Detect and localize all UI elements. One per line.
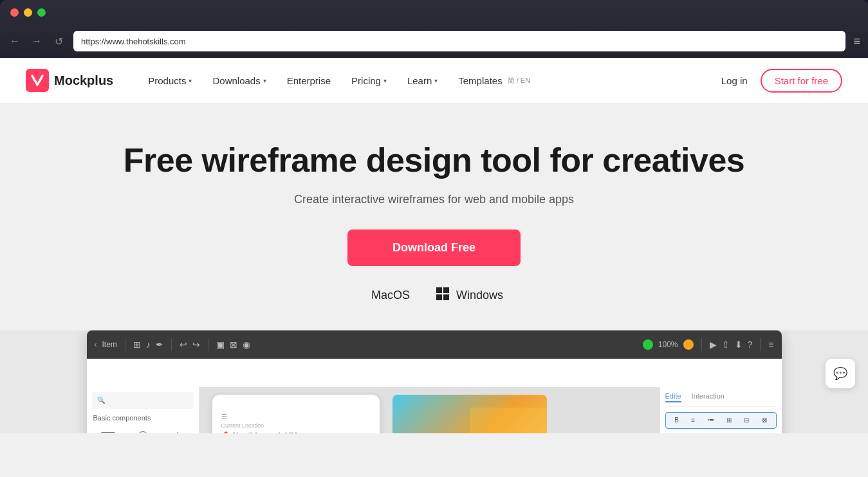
canvas-image-overlay — [470, 408, 547, 433]
zoom-level: 100% — [658, 340, 678, 349]
browser-menu-button[interactable]: ≡ — [853, 35, 860, 48]
toolbar-separator-1 — [125, 338, 125, 351]
toolbar-item-label: Item — [102, 340, 117, 349]
nav-item-enterprise[interactable]: Enterprise — [278, 70, 340, 91]
browser-titlebar — [0, 0, 868, 24]
toolbar-separator-4 — [701, 338, 702, 351]
card-location-value: 📍 Northbound, UK — [221, 431, 371, 433]
nav-enterprise-label: Enterprise — [287, 75, 331, 86]
hero-platforms: MacOS Windows — [365, 287, 503, 305]
refresh-button[interactable]: ↺ — [51, 34, 66, 48]
component-grid: Rectangle Circle Polygon — [92, 427, 194, 433]
logo-text: Mockplus — [54, 73, 113, 88]
hero-title: Free wireframe design tool for creatives — [124, 141, 744, 180]
format-list-icon[interactable]: ≔ — [708, 417, 714, 424]
toolbar-help-icon[interactable]: ? — [748, 339, 753, 350]
props-tab-edit[interactable]: Edite — [665, 392, 681, 402]
location-pin-icon: 📍 — [221, 431, 230, 433]
app-preview-window: ‹ Item ⊞ ♪ ✒ ↩ ↪ ▣ ⊠ ◉ 100% ▶ — [87, 330, 782, 433]
nav-downloads-label: Downloads — [212, 75, 260, 86]
nav-item-learn[interactable]: Learn ▾ — [398, 70, 447, 91]
toolbar-chevron-icon: ‹ — [95, 340, 97, 349]
toolbar-download-icon[interactable]: ⬇ — [735, 339, 743, 350]
polygon-shape — [169, 431, 187, 433]
login-button[interactable]: Log in — [721, 75, 748, 86]
toolbar-phone-icon[interactable]: ◉ — [243, 339, 250, 350]
svg-rect-1 — [443, 287, 449, 293]
format-right-icon[interactable]: ⊠ — [762, 417, 767, 424]
nav-item-pricing[interactable]: Pricing ▾ — [342, 70, 396, 91]
download-free-button[interactable]: Download Free — [347, 230, 521, 266]
nav-products-label: Products — [148, 75, 186, 86]
start-for-free-button[interactable]: Start for free — [761, 69, 842, 93]
forward-button[interactable]: → — [30, 34, 44, 48]
minimize-traffic-light[interactable] — [24, 8, 32, 17]
toolbar-undo-icon[interactable]: ↩ — [180, 339, 187, 350]
back-button[interactable]: ← — [8, 34, 22, 48]
card-city: Northbound, UK — [233, 431, 297, 433]
chat-icon: 💬 — [833, 366, 847, 381]
logo-icon — [26, 69, 49, 92]
canvas-card[interactable]: ☰ Current Location 📍 Northbound, UK — [212, 395, 380, 433]
nav-templates-label: Templates — [458, 75, 502, 86]
search-icon: 🔍 — [97, 397, 105, 404]
sidebar-search[interactable]: 🔍 — [92, 392, 194, 409]
browser-chrome: ← → ↺ https://www.thehotskills.com ≡ — [0, 0, 868, 58]
toolbar-pin-icon[interactable]: ♪ — [146, 339, 151, 350]
toolbar-frame-icon[interactable]: ▣ — [216, 339, 225, 350]
windows-icon — [436, 287, 450, 305]
chat-bubble[interactable]: 💬 — [826, 359, 855, 388]
rectangle-shape — [99, 431, 117, 433]
hero-section: Free wireframe design tool for creatives… — [0, 103, 868, 330]
toolbar-menu-icon[interactable]: ≡ — [768, 339, 773, 350]
format-bold-icon[interactable]: B — [674, 417, 679, 424]
svg-rect-3 — [443, 294, 449, 300]
component-polygon[interactable]: Polygon — [162, 427, 194, 433]
sidebar-section-title: Basic components — [92, 414, 194, 422]
nav-item-products[interactable]: Products ▾ — [139, 70, 201, 91]
component-rectangle[interactable]: Rectangle — [92, 427, 124, 433]
svg-rect-2 — [436, 294, 442, 300]
toolbar-separator-2 — [171, 338, 172, 351]
maximize-traffic-light[interactable] — [37, 8, 46, 17]
url-bar[interactable]: https://www.thehotskills.com — [73, 31, 845, 51]
props-tab-interaction[interactable]: Interaction — [692, 392, 725, 402]
toolbar-share-icon[interactable]: ⇧ — [722, 339, 730, 350]
canvas-area: ☰ Current Location 📍 Northbound, UK — [199, 387, 660, 433]
nav-item-templates[interactable]: Templates 简 / EN — [449, 70, 539, 91]
logo-link[interactable]: Mockplus — [26, 69, 113, 92]
canvas-image — [392, 395, 547, 433]
zoom-plus-indicator — [683, 339, 694, 350]
page-content: Mockplus Products ▾ Downloads ▾ Enterpri… — [0, 58, 868, 477]
format-indent-icon[interactable]: ⊞ — [726, 417, 732, 424]
format-align-icon[interactable]: ≡ — [691, 417, 695, 424]
hero-subtitle: Create interactive wireframes for web an… — [294, 193, 574, 206]
nav-item-downloads[interactable]: Downloads ▾ — [203, 70, 275, 91]
props-format-toolbar: B ≡ ≔ ⊞ ⊟ ⊠ — [665, 412, 777, 429]
platform-windows[interactable]: Windows — [436, 287, 503, 305]
toolbar-redo-icon[interactable]: ↪ — [192, 339, 200, 350]
app-toolbar: ‹ Item ⊞ ♪ ✒ ↩ ↪ ▣ ⊠ ◉ 100% ▶ — [87, 330, 782, 359]
pricing-chevron-icon: ▾ — [383, 77, 387, 84]
toolbar-separator-5 — [760, 338, 761, 351]
platform-macos[interactable]: MacOS — [365, 289, 410, 302]
nav-learn-label: Learn — [407, 75, 432, 86]
close-traffic-light[interactable] — [10, 8, 19, 17]
hamburger-icon: ☰ — [221, 413, 227, 420]
component-circle[interactable]: Circle — [127, 427, 159, 433]
windows-label: Windows — [456, 289, 503, 302]
toolbar-pen-icon[interactable]: ✒ — [156, 339, 163, 350]
toolbar-new-icon[interactable]: ⊞ — [133, 339, 141, 350]
macos-label: MacOS — [371, 289, 410, 302]
app-window-inner: 🔍 Basic components Rectangle Circle — [87, 387, 782, 433]
navbar: Mockplus Products ▾ Downloads ▾ Enterpri… — [0, 58, 868, 103]
products-chevron-icon: ▾ — [189, 77, 192, 84]
format-center-icon[interactable]: ⊟ — [744, 417, 749, 424]
circle-shape — [134, 431, 152, 433]
toolbar-play-icon[interactable]: ▶ — [710, 339, 717, 350]
components-sidebar: 🔍 Basic components Rectangle Circle — [87, 387, 199, 433]
nav-pricing-label: Pricing — [351, 75, 381, 86]
props-tabs: Edite Interaction — [665, 392, 777, 407]
toolbar-component-icon[interactable]: ⊠ — [230, 339, 237, 350]
svg-rect-0 — [436, 287, 442, 293]
